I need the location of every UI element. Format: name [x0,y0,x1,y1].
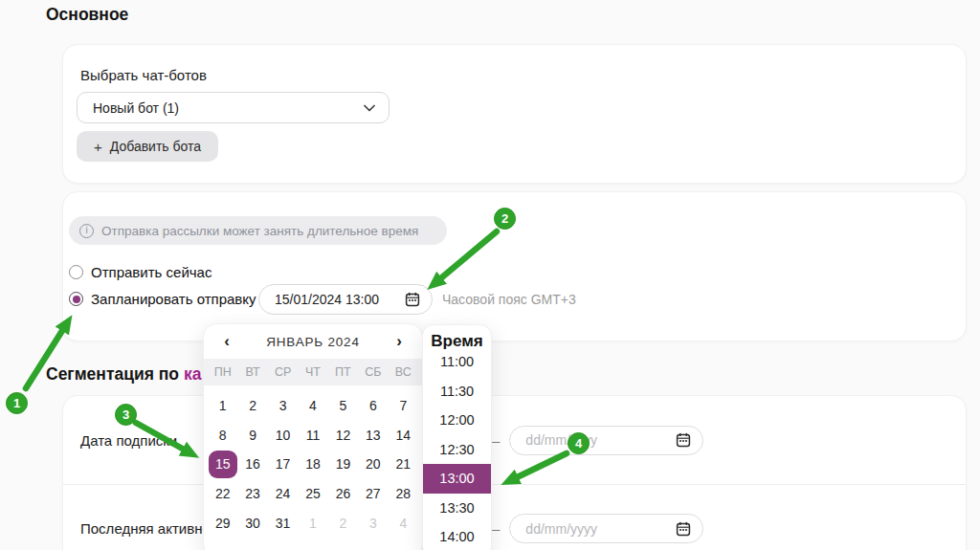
segmentation-card: Дата подписки – dd/mm/yyyy [62,395,967,550]
calendar-day[interactable]: 9 [238,421,267,449]
weekday-label: СБ [358,365,388,379]
annotation-badge-4: 4 [568,432,590,454]
calendar-day[interactable]: 19 [328,451,357,478]
calendar-day[interactable]: 22 [209,480,237,508]
calendar-day[interactable]: 26 [328,480,357,508]
calendar-day[interactable]: 2 [328,509,357,537]
weekday-label: ПН [208,365,237,379]
range-dash: – [492,432,500,449]
calendar-grid: 1234567891011121314151617181920212223242… [204,385,422,538]
annotation-badge-2: 2 [494,208,516,230]
page-title: Основное [46,5,128,25]
calendar-day[interactable]: 17 [269,451,298,478]
timezone-note: Часовой пояс GMT+3 [442,292,576,307]
time-option[interactable]: 11:00 [423,347,491,377]
calendar-icon[interactable] [405,292,420,307]
calendar-day[interactable]: 23 [238,480,267,508]
time-option[interactable]: 12:30 [423,435,491,465]
calendar-day[interactable]: 3 [359,509,388,537]
calendar-day[interactable]: 29 [209,509,237,537]
radio-schedule-send[interactable]: Запланировать отправку [69,291,256,307]
calendar-day[interactable]: 6 [359,392,388,420]
calendar-day[interactable]: 4 [299,392,327,420]
radio-schedule-send-label[interactable]: Запланировать отправку [91,291,256,307]
annotation-badge-3: 3 [115,404,137,426]
date-to-input[interactable]: dd/mm/yyyy [509,514,703,543]
calendar-day[interactable]: 10 [269,421,298,449]
row-label: Последняя активно [80,520,211,537]
calendar-day[interactable]: 5 [328,392,357,420]
time-list: 11:0011:3012:0012:3013:0013:3014:00 [423,347,491,550]
date-to-input[interactable]: dd/mm/yyyy [509,426,703,455]
calendar-day[interactable]: 20 [359,451,388,478]
row-label: Дата подписки [80,432,177,449]
radio-selected-icon[interactable] [69,292,83,306]
radio-send-now[interactable]: Отправить сейчас [69,264,212,280]
radio-circle-icon[interactable] [69,265,83,279]
add-bot-button[interactable]: + Добавить бота [77,131,218,162]
time-option[interactable]: 11:30 [423,377,491,407]
segmentation-row-last-activity: Последняя активно – dd/mm/yyyy [63,484,966,550]
time-option[interactable]: 14:00 [423,522,491,550]
calendar-day[interactable]: 14 [389,421,417,449]
info-banner-text: Отправка рассылки может занять длительно… [101,224,418,238]
add-bot-button-label: Добавить бота [110,139,201,154]
segmentation-title: Сегментация по ка [46,364,201,385]
calendar-day[interactable]: 16 [238,451,267,478]
time-picker-popup: Время 11:0011:3012:0012:3013:0013:3014:0… [422,324,492,550]
calendar-day[interactable]: 30 [238,509,267,537]
calendar-icon[interactable] [676,432,691,448]
calendar-day[interactable]: 12 [328,421,357,449]
weekday-label: ВС [389,365,418,379]
calendar-icon[interactable] [676,521,691,537]
date-picker-popup: ‹ ЯНВАРЬ 2024 › ПНВТСРЧТПТСБВС 123456789… [203,323,423,550]
calendar-day[interactable]: 13 [359,421,388,449]
range-dash: – [492,520,500,537]
datetime-input[interactable]: 15/01/2024 13:00 [258,284,433,315]
plus-icon: + [94,139,102,155]
info-icon: i [79,224,94,238]
calendar-day[interactable]: 31 [269,509,298,537]
segmentation-title-accent: ка [184,364,202,384]
weekday-label: СР [268,365,298,379]
calendar-day[interactable]: 24 [269,480,298,508]
time-option[interactable]: 13:00 [423,464,491,494]
weekday-row: ПНВТСРЧТПТСБВС [204,359,422,385]
calendar-day[interactable]: 1 [299,509,327,537]
annotation-badge-1: 1 [6,392,28,414]
calendar-day[interactable]: 7 [389,392,417,420]
chevron-right-icon[interactable]: › [390,330,409,353]
calendar-day[interactable]: 18 [299,451,327,478]
chevron-left-icon[interactable]: ‹ [217,330,236,353]
radio-send-now-label[interactable]: Отправить сейчас [91,264,212,280]
calendar-header: ‹ ЯНВАРЬ 2024 › [204,324,422,359]
calendar-month-label: ЯНВАРЬ 2024 [236,335,390,349]
time-option[interactable]: 13:30 [423,494,491,523]
calendar-day[interactable]: 21 [389,451,417,478]
segmentation-row-subscription-date: Дата подписки – dd/mm/yyyy [63,396,966,484]
calendar-day[interactable]: 27 [359,480,388,508]
calendar-day[interactable]: 2 [238,392,267,420]
calendar-day[interactable]: 15 [209,451,237,478]
calendar-day[interactable]: 28 [389,480,417,508]
calendar-day[interactable]: 4 [389,509,417,537]
weekday-label: ЧТ [298,365,327,379]
bot-select-value: Новый бот (1) [93,100,364,116]
date-to-placeholder: dd/mm/yyyy [525,432,676,448]
chevron-down-icon [364,104,375,112]
time-picker-title: Время [423,325,491,347]
page: Основное Выбрать чат-ботов Новый бот (1)… [0,0,980,550]
calendar-day[interactable]: 1 [209,392,237,420]
weekday-label: ПТ [328,365,358,379]
weekday-label: ВТ [237,365,267,379]
calendar-day[interactable]: 11 [299,421,327,449]
date-to-placeholder: dd/mm/yyyy [525,521,676,537]
calendar-day[interactable]: 25 [299,480,327,508]
time-option[interactable]: 12:00 [423,406,491,435]
datetime-value: 15/01/2024 13:00 [275,292,405,307]
info-banner: i Отправка рассылки может занять длитель… [69,216,447,245]
calendar-day[interactable]: 3 [269,392,298,420]
bot-select-label: Выбрать чат-ботов [80,67,207,83]
bot-select[interactable]: Новый бот (1) [77,92,390,123]
calendar-day[interactable]: 8 [209,421,237,449]
